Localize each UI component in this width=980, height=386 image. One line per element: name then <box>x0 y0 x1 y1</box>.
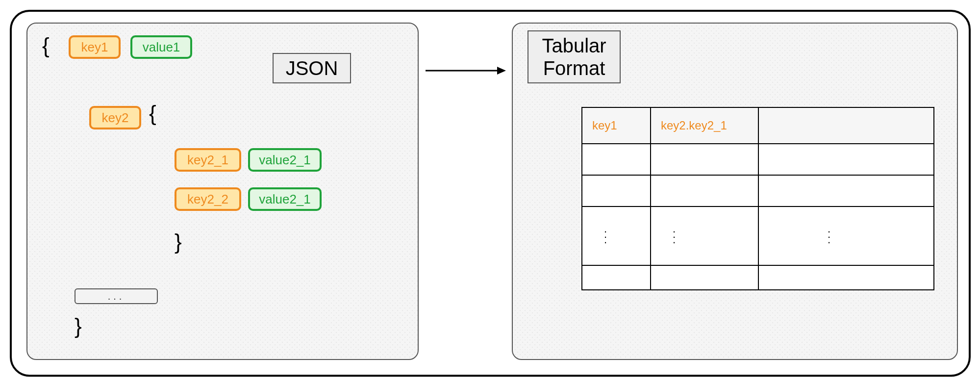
value1-chip: value1 <box>130 35 192 59</box>
brace-open-outer: { <box>42 33 50 58</box>
json-panel: JSON { key1 value1 key2 { key2_1 value2_… <box>26 23 419 360</box>
table-dots-row: ... ... ... <box>582 206 934 265</box>
key2-1-chip: key2_1 <box>175 148 241 172</box>
table-row <box>582 265 934 290</box>
brace-open-inner: { <box>149 101 156 126</box>
tabular-title: Tabular Format <box>528 30 621 83</box>
vdots-icon: ... <box>769 226 830 242</box>
brace-close-inner: } <box>175 230 182 254</box>
diagram-frame: JSON { key1 value1 key2 { key2_1 value2_… <box>10 10 971 377</box>
brace-close-outer: } <box>75 314 82 338</box>
value2-1-chip: value2_1 <box>248 148 322 172</box>
header-col2: key2.key2_1 <box>651 107 758 144</box>
key1-chip: key1 <box>69 35 121 59</box>
key2-2-chip: key2_2 <box>175 187 241 211</box>
svg-marker-1 <box>497 67 506 75</box>
header-col3 <box>758 107 934 144</box>
ellipsis-chip: ... <box>75 288 158 304</box>
arrow-icon <box>424 61 507 80</box>
tabular-table: key1 key2.key2_1 ... ... ... <box>581 107 934 290</box>
vdots-icon: ... <box>592 226 607 242</box>
vdots-icon: ... <box>661 226 676 242</box>
key2-chip: key2 <box>89 106 141 129</box>
table-header-row: key1 key2.key2_1 <box>582 107 934 144</box>
header-col1: key1 <box>582 107 651 144</box>
table-row <box>582 175 934 206</box>
table-row <box>582 144 934 175</box>
tabular-panel: Tabular Format key1 key2.key2_1 ... ... … <box>512 23 958 360</box>
json-title: JSON <box>273 53 351 83</box>
value2-2-chip: value2_1 <box>248 187 322 211</box>
